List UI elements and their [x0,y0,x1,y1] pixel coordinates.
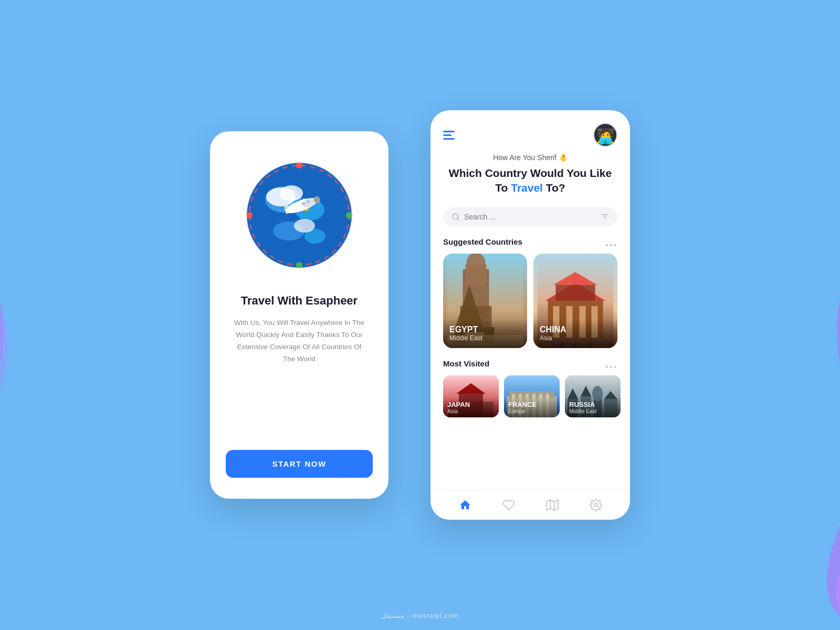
svg-point-7 [294,219,315,233]
japan-name: JAPAN [447,401,495,408]
suggested-title: Suggested Countries [443,237,522,246]
china-card[interactable]: CHINA Asia [533,254,617,348]
svg-rect-39 [556,285,595,301]
globe-illustration [242,158,357,273]
map-icon [546,499,559,511]
russia-name: RUSSIA [569,401,616,408]
russia-region: Middle East [569,408,616,414]
egypt-country-name: EGYPT [449,325,521,334]
egypt-card-overlay: EGYPT Middle East [443,319,527,348]
search-bar[interactable] [443,207,617,226]
japan-card[interactable]: JAPAN Asia [443,375,499,417]
heart-icon [502,499,515,511]
svg-point-23 [453,214,458,219]
nav-map[interactable] [546,499,559,511]
question-part2: To? [543,182,565,194]
egypt-card[interactable]: EGYPT Middle East [443,254,527,348]
china-card-overlay: CHINA Asia [533,319,617,348]
home-icon [459,499,471,511]
watermark: مستقل - mustaqil.com [381,612,459,620]
suggested-section-header: Suggested Countries ... [430,235,630,254]
search-icon [452,213,460,221]
svg-point-73 [594,503,597,507]
greeting-text: How Are You Sherif 🤚 [443,153,617,162]
most-visited-section-header: Most Visited ... [430,356,630,375]
globe-svg [242,158,357,273]
filter-icon[interactable] [601,213,609,221]
china-region: Asia [540,334,611,342]
most-visited-title: Most Visited [443,359,489,368]
greeting-section: How Are You Sherif 🤚 Which Country Would… [430,153,630,199]
france-name: FRANCE [508,401,555,408]
suggested-more-button[interactable]: ... [605,237,617,247]
app-header: 🧑‍💻 [430,110,630,153]
france-overlay: FRANCE Europe [504,397,560,417]
russia-overlay: RUSSIA Middle East [565,397,621,417]
start-now-button[interactable]: START NOW [226,450,373,478]
japan-region: Asia [447,408,495,414]
france-region: Europe [508,408,555,414]
nav-home[interactable] [459,499,471,511]
egypt-region: Middle East [449,334,521,342]
question-highlight: Travel [511,182,543,194]
decorative-wave-right [724,0,840,630]
china-country-name: CHINA [540,325,611,334]
most-visited-more-button[interactable]: ... [605,359,617,369]
svg-line-24 [457,218,459,220]
avatar-emoji: 🧑‍💻 [596,128,615,145]
svg-marker-70 [547,500,558,510]
avatar[interactable]: 🧑‍💻 [593,123,617,147]
nav-favorites[interactable] [502,499,515,511]
japan-overlay: JAPAN Asia [443,397,499,417]
onboarding-screen: Travel With Esapheer With Us, You Will T… [210,131,388,499]
main-question: Which Country Would You Like To Travel T… [443,166,617,196]
most-visited-row: JAPAN Asia [430,375,630,426]
menu-button[interactable] [443,131,455,140]
france-card[interactable]: FRANCE Europe [504,375,560,417]
onboarding-title: Travel With Esapheer [241,294,358,308]
svg-point-6 [280,185,303,201]
settings-icon [590,499,602,511]
russia-card[interactable]: RUSSIA Middle East [565,375,621,417]
main-app-screen: 🧑‍💻 How Are You Sherif 🤚 Which Country W… [430,110,630,520]
search-input[interactable] [464,213,596,221]
nav-settings[interactable] [590,499,602,511]
screens-container: Travel With Esapheer With Us, You Will T… [210,110,630,520]
bottom-nav [430,490,630,520]
decorative-wave-left [0,252,116,630]
suggested-countries-grid: EGYPT Middle East [430,254,630,356]
onboarding-description: With Us, You Will Travel Anywhere In The… [226,317,373,365]
